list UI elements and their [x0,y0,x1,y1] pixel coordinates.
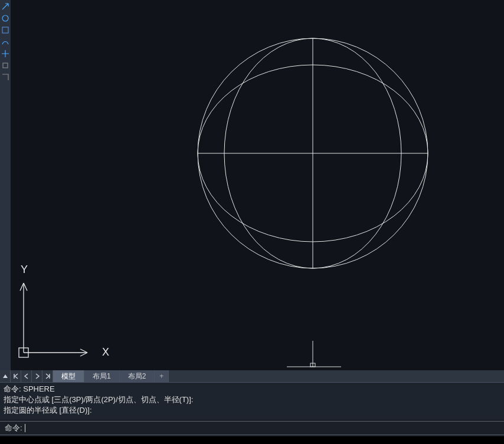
tab-model[interactable]: 模型 [53,370,84,382]
command-history-line: 命令: SPHERE [4,384,500,394]
tab-layout1[interactable]: 布局1 [84,370,120,382]
tab-label: 布局1 [93,371,111,381]
command-history: 命令: SPHERE 指定中心点或 [三点(3P)/两点(2P)/切点、切点、半… [0,382,504,419]
window-bottom-edge [0,436,504,444]
tool-icon[interactable] [1,2,9,11]
tabs-first[interactable] [11,370,21,382]
tabs-last[interactable] [42,370,53,382]
tool-icon[interactable] [1,61,9,70]
sphere-wireframe [198,38,428,268]
command-history-line: 指定圆的半径或 [直径(D)]: [4,405,500,416]
ground-indicator [287,341,341,367]
command-input-row: 命令: [0,421,504,435]
tabs-prev[interactable] [21,370,32,382]
tool-icon[interactable] [1,73,9,81]
ucs-x-label: X [102,346,109,358]
svg-point-0 [2,15,8,21]
tab-add-label: + [159,372,163,380]
tab-label: 布局2 [128,371,146,381]
drawing-canvas[interactable]: X Y [11,0,504,370]
tool-icon[interactable] [1,38,9,46]
left-toolbar [0,0,11,370]
tabs-next[interactable] [32,370,42,382]
tool-icon[interactable] [1,14,9,22]
ucs-icon: X Y [19,264,109,358]
tabs-scroll-up[interactable] [0,370,11,382]
command-input[interactable] [25,422,499,435]
ucs-y-label: Y [21,264,28,275]
layout-tabs-bar: 模型 布局1 布局2 + [0,370,504,382]
svg-rect-1 [2,27,8,33]
command-prompt: 命令: [5,423,22,433]
tool-icon[interactable] [1,26,9,34]
tab-add[interactable]: + [155,370,169,382]
tool-icon[interactable] [1,50,9,58]
tab-layout2[interactable]: 布局2 [120,370,155,382]
svg-rect-2 [3,63,8,68]
tab-label: 模型 [61,371,76,381]
command-history-line: 指定中心点或 [三点(3P)/两点(2P)/切点、切点、半径(T)]: [4,394,500,405]
